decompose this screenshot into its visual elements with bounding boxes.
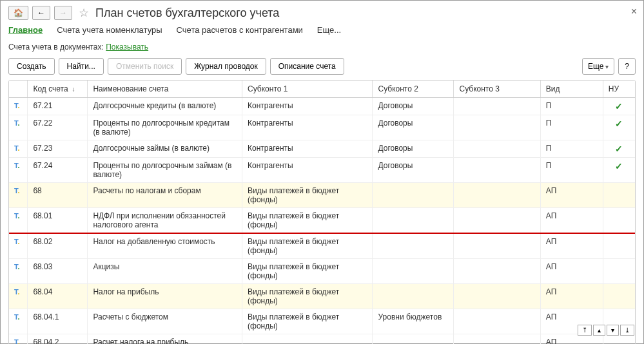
table-row[interactable]: Т.68.02Налог на добавленную стоимостьВид… (9, 233, 635, 259)
table-row[interactable]: Т.68.04.1Расчеты с бюджетомВиды платежей… (9, 309, 635, 334)
account-icon: Т. (14, 119, 20, 127)
account-icon: Т. (14, 313, 20, 321)
check-icon: ✓ (615, 161, 623, 171)
account-icon: Т. (14, 212, 20, 220)
tab-contragents[interactable]: Счета расчетов с контрагентами (177, 25, 303, 35)
home-button[interactable]: 🏠 (8, 6, 28, 20)
cell-code: 68.02 (28, 233, 88, 259)
cell-code: 68.04.1 (28, 309, 88, 334)
col-subkonto3[interactable]: Субконто 3 (454, 81, 540, 98)
table-row[interactable]: Т.68.03АкцизыВиды платежей в бюджет (фон… (9, 259, 635, 284)
col-subkonto1[interactable]: Субконто 1 (242, 81, 373, 98)
subline-label: Счета учета в документах: (8, 43, 104, 52)
table-row[interactable]: Т.68.04.2Расчет налога на прибыльАП (9, 334, 635, 345)
col-nu[interactable]: НУ (603, 81, 635, 98)
cell-sk1: Контрагенты (242, 115, 373, 140)
cell-name: Проценты по долгосрочным кредитам (в вал… (88, 115, 242, 140)
nav-prev-button[interactable]: ▴ (593, 325, 605, 336)
table-row[interactable]: Т.67.24Проценты по долгосрочным займам (… (9, 158, 635, 183)
forward-button[interactable]: → (54, 6, 72, 20)
cell-sk1: Виды платежей в бюджет (фонды) (242, 309, 373, 334)
nav-last-button[interactable]: ⤓ (620, 325, 634, 336)
cell-nu (603, 284, 635, 309)
cell-sk1: Виды платежей в бюджет (фонды) (242, 284, 373, 309)
cell-sk3 (454, 183, 540, 208)
cell-name: Долгосрочные займы (в валюте) (88, 140, 242, 158)
cell-name: Расчет налога на прибыль (88, 334, 242, 345)
table-row[interactable]: Т.67.23Долгосрочные займы (в валюте)Конт… (9, 140, 635, 158)
cell-name: Акцизы (88, 259, 242, 284)
cell-sk2 (373, 208, 454, 234)
account-icon: Т. (14, 288, 20, 296)
check-icon: ✓ (615, 119, 623, 129)
nav-first-button[interactable]: ⤒ (578, 325, 592, 336)
cell-sk1: Виды платежей в бюджет (фонды) (242, 183, 373, 208)
doc-accounts-setting: Счета учета в документах: Показывать (8, 43, 636, 52)
tab-nomen[interactable]: Счета учета номенклатуры (57, 25, 162, 35)
description-button[interactable]: Описание счета (270, 58, 344, 75)
cell-vid: АП (540, 233, 603, 259)
create-button[interactable]: Создать (8, 58, 55, 75)
cell-sk2: Уровни бюджетов (373, 309, 454, 334)
cell-nu: ✓ (603, 98, 635, 115)
cell-nu: ✓ (603, 158, 635, 183)
tab-main[interactable]: Главное (8, 25, 43, 35)
cell-name: Расчеты по налогам и сборам (88, 183, 242, 208)
toolbar: Создать Найти Отменить поиск Журнал пров… (8, 58, 636, 75)
back-button[interactable]: ← (32, 6, 50, 20)
close-icon[interactable]: × (631, 6, 637, 17)
cell-sk2: Договоры (373, 115, 454, 140)
account-icon: Т. (14, 144, 20, 152)
cell-sk3 (454, 115, 540, 140)
accounts-table: Код счета↓ Наименование счета Субконто 1… (8, 80, 636, 344)
star-icon[interactable]: ☆ (79, 6, 89, 20)
cell-code: 68.04 (28, 284, 88, 309)
account-icon: Т. (14, 238, 20, 245)
tab-more[interactable]: Еще... (317, 25, 341, 35)
help-button[interactable]: ? (618, 58, 636, 75)
account-icon: Т. (14, 338, 20, 344)
cell-sk1: Виды платежей в бюджет (фонды) (242, 208, 373, 234)
cell-vid: АП (540, 183, 603, 208)
cell-sk2: Договоры (373, 140, 454, 158)
cell-sk3 (454, 208, 540, 234)
top-bar: 🏠 ← → ☆ План счетов бухгалтерского учета (8, 6, 636, 20)
more-button[interactable]: Еще (582, 58, 614, 75)
col-subkonto2[interactable]: Субконто 2 (373, 81, 454, 98)
table-row[interactable]: Т.68Расчеты по налогам и сборамВиды плат… (9, 183, 635, 208)
nav-next-button[interactable]: ▾ (607, 325, 619, 336)
cell-sk2: Договоры (373, 98, 454, 115)
table-row[interactable]: Т.68.01НДФЛ при исполнении обязанностей … (9, 208, 635, 234)
nav-buttons: ⤒ ▴ ▾ ⤓ (578, 325, 634, 336)
journal-button[interactable]: Журнал проводок (186, 58, 266, 75)
show-link[interactable]: Показывать (106, 43, 148, 52)
cell-sk1: Виды платежей в бюджет (фонды) (242, 233, 373, 259)
cell-nu (603, 183, 635, 208)
find-button[interactable]: Найти (59, 58, 104, 75)
cell-sk3 (454, 140, 540, 158)
table-row[interactable]: Т.68.04Налог на прибыльВиды платежей в б… (9, 284, 635, 309)
cell-vid: П (540, 140, 603, 158)
cell-sk3 (454, 309, 540, 334)
cell-sk3 (454, 259, 540, 284)
col-code[interactable]: Код счета↓ (28, 81, 88, 98)
col-name[interactable]: Наименование счета (88, 81, 242, 98)
col-icon[interactable] (9, 81, 28, 98)
account-icon: Т. (14, 162, 20, 169)
table-row[interactable]: Т.67.21Долгосрочные кредиты (в валюте)Ко… (9, 98, 635, 115)
cancel-search-button[interactable]: Отменить поиск (108, 58, 182, 75)
cell-name: Долгосрочные кредиты (в валюте) (88, 98, 242, 115)
cell-code: 68.03 (28, 259, 88, 284)
main-window: × 🏠 ← → ☆ План счетов бухгалтерского уче… (0, 0, 644, 344)
cell-code: 67.21 (28, 98, 88, 115)
col-vid[interactable]: Вид (540, 81, 603, 98)
cell-code: 67.23 (28, 140, 88, 158)
cell-vid: АП (540, 259, 603, 284)
table-row[interactable]: Т.67.22Проценты по долгосрочным кредитам… (9, 115, 635, 140)
cell-code: 67.22 (28, 115, 88, 140)
cell-nu (603, 208, 635, 234)
cell-vid: АП (540, 208, 603, 234)
cell-sk3 (454, 158, 540, 183)
cell-sk3 (454, 233, 540, 259)
cell-name: Расчеты с бюджетом (88, 309, 242, 334)
